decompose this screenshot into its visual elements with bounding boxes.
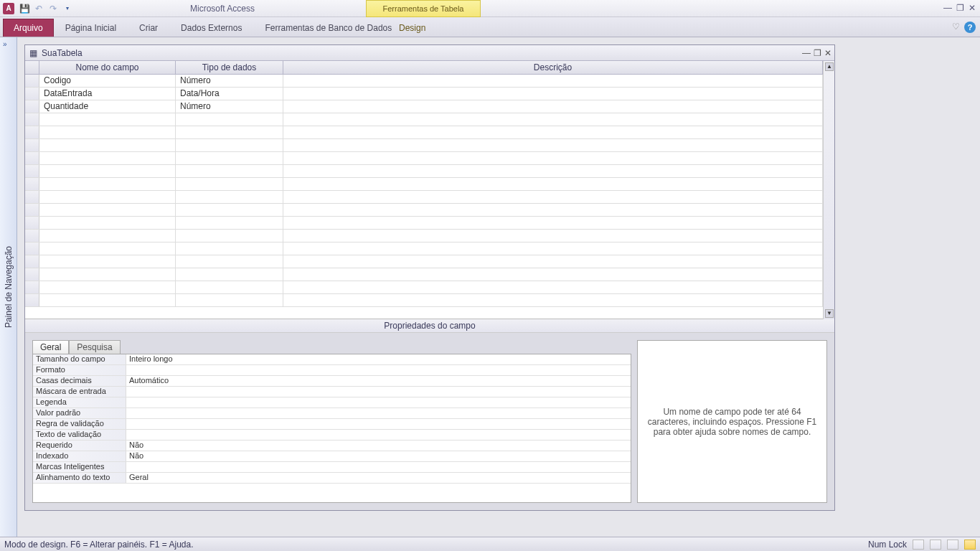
cell-field-name[interactable]	[39, 294, 176, 306]
restore-icon[interactable]: ❐	[956, 3, 964, 13]
table-row[interactable]	[25, 165, 823, 178]
property-value[interactable]	[126, 419, 631, 429]
cell-description[interactable]	[283, 165, 823, 177]
property-value[interactable]: Inteiro longo	[126, 354, 631, 364]
property-row[interactable]: Regra de validação	[33, 419, 631, 430]
tab-external-data[interactable]: Dados Externos	[169, 19, 253, 37]
view-pivottable-button[interactable]	[930, 540, 941, 550]
cell-description[interactable]	[283, 113, 823, 126]
doc-close-icon[interactable]: ✕	[824, 48, 831, 58]
property-row[interactable]: Marcas Inteligentes	[33, 462, 631, 473]
row-selector[interactable]	[25, 281, 39, 293]
cell-description[interactable]	[283, 75, 823, 87]
table-row[interactable]: DataEntradaData/Hora	[25, 88, 823, 100]
table-row[interactable]	[25, 294, 823, 307]
cell-data-type[interactable]	[176, 242, 283, 255]
row-selector[interactable]	[25, 113, 39, 126]
table-row[interactable]	[25, 242, 823, 255]
row-selector[interactable]	[25, 139, 39, 151]
cell-description[interactable]	[283, 217, 823, 229]
col-header-desc[interactable]: Descrição	[283, 61, 823, 74]
cell-description[interactable]	[283, 100, 823, 113]
tab-design[interactable]: Design	[387, 19, 437, 37]
table-row[interactable]	[25, 113, 823, 126]
cell-description[interactable]	[283, 191, 823, 203]
file-tab[interactable]: Arquivo	[3, 19, 54, 37]
navpane-expand-icon[interactable]: »	[3, 40, 7, 48]
table-row[interactable]: QuantidadeNúmero	[25, 100, 823, 113]
property-value[interactable]	[126, 365, 631, 375]
row-selector[interactable]	[25, 204, 39, 216]
table-row[interactable]	[25, 139, 823, 152]
cell-field-name[interactable]	[39, 113, 176, 126]
cell-field-name[interactable]	[39, 152, 176, 164]
property-row[interactable]: Legenda	[33, 397, 631, 408]
col-header-type[interactable]: Tipo de dados	[176, 61, 283, 74]
property-value[interactable]: Automático	[126, 376, 631, 386]
doc-minimize-icon[interactable]: —	[802, 48, 811, 58]
cell-data-type[interactable]	[176, 204, 283, 216]
navigation-pane-collapsed[interactable]: » Painel de Navegação	[0, 37, 17, 537]
cell-data-type[interactable]	[176, 191, 283, 203]
row-selector[interactable]	[25, 88, 39, 100]
row-selector[interactable]	[25, 268, 39, 281]
cell-field-name[interactable]	[39, 242, 176, 255]
doc-restore-icon[interactable]: ❐	[814, 48, 821, 58]
row-selector-header[interactable]	[25, 61, 39, 74]
cell-data-type[interactable]	[176, 139, 283, 151]
property-value[interactable]	[126, 462, 631, 472]
view-datasheet-button[interactable]	[913, 540, 924, 550]
view-pivotchart-button[interactable]	[947, 540, 958, 550]
property-row[interactable]: Valor padrão	[33, 408, 631, 419]
scroll-up-icon[interactable]: ▲	[825, 62, 834, 71]
property-row[interactable]: Texto de validação	[33, 430, 631, 441]
table-row[interactable]	[25, 281, 823, 294]
cell-description[interactable]	[283, 242, 823, 255]
table-row[interactable]	[25, 255, 823, 268]
cell-data-type[interactable]: Número	[176, 75, 283, 87]
row-selector[interactable]	[25, 152, 39, 164]
tab-lookup[interactable]: Pesquisa	[69, 340, 120, 354]
grid-scrollbar[interactable]: ▲ ▼	[823, 61, 834, 319]
row-selector[interactable]	[25, 126, 39, 138]
cell-description[interactable]	[283, 204, 823, 216]
table-row[interactable]	[25, 126, 823, 139]
cell-field-name[interactable]	[39, 139, 176, 151]
save-icon[interactable]: 💾	[18, 2, 31, 15]
row-selector[interactable]	[25, 217, 39, 229]
row-selector[interactable]	[25, 230, 39, 242]
table-row[interactable]: CodigoNúmero	[25, 75, 823, 88]
cell-field-name[interactable]	[39, 230, 176, 242]
qat-customize-icon[interactable]: ▾	[61, 2, 74, 15]
cell-field-name[interactable]	[39, 126, 176, 138]
table-row[interactable]	[25, 230, 823, 242]
help-icon[interactable]: ?	[964, 22, 976, 33]
cell-field-name[interactable]	[39, 268, 176, 281]
row-selector[interactable]	[25, 294, 39, 306]
cell-description[interactable]	[283, 152, 823, 164]
cell-field-name[interactable]	[39, 204, 176, 216]
table-row[interactable]	[25, 217, 823, 230]
cell-data-type[interactable]	[176, 152, 283, 164]
property-value[interactable]	[126, 397, 631, 408]
cell-description[interactable]	[283, 268, 823, 281]
ribbon-minimize-icon[interactable]: ♡	[952, 22, 960, 33]
cell-data-type[interactable]	[176, 217, 283, 229]
row-selector[interactable]	[25, 255, 39, 268]
cell-data-type[interactable]	[176, 255, 283, 268]
property-value[interactable]: Não	[126, 441, 631, 451]
property-row[interactable]: Alinhamento do textoGeral	[33, 473, 631, 484]
tab-database-tools[interactable]: Ferramentas de Banco de Dados	[253, 19, 403, 37]
cell-data-type[interactable]	[176, 113, 283, 126]
row-selector[interactable]	[25, 178, 39, 190]
table-row[interactable]	[25, 191, 823, 204]
undo-icon[interactable]: ↶	[32, 2, 45, 15]
property-row[interactable]: RequeridoNão	[33, 441, 631, 451]
table-row[interactable]	[25, 178, 823, 191]
cell-field-name[interactable]	[39, 217, 176, 229]
row-selector[interactable]	[25, 165, 39, 177]
cell-field-name[interactable]: Codigo	[39, 75, 176, 87]
table-row[interactable]	[25, 268, 823, 281]
tab-home[interactable]: Página Inicial	[54, 19, 128, 37]
cell-description[interactable]	[283, 178, 823, 190]
